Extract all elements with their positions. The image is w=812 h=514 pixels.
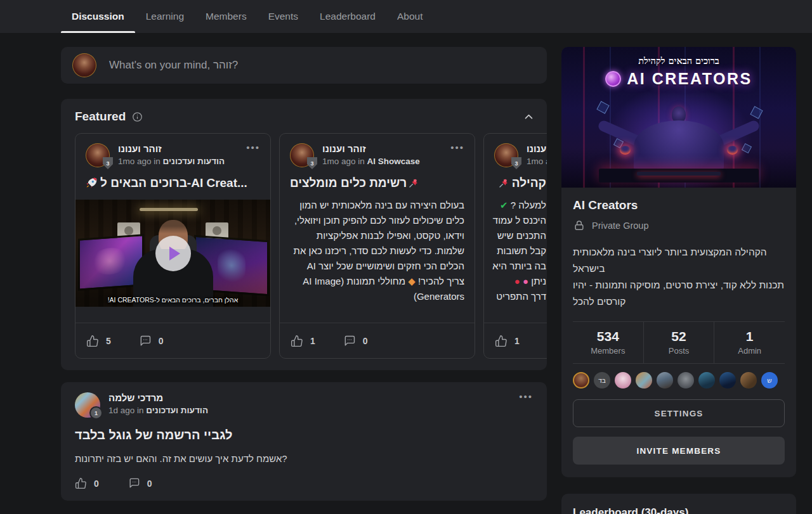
featured-section-title: Featured (75, 110, 126, 124)
member-avatar[interactable] (719, 372, 736, 389)
current-user-avatar[interactable] (72, 53, 96, 77)
tab-leaderboard[interactable]: Leaderboard (320, 0, 376, 33)
post-body-fragment: התכנים שיש (494, 228, 546, 243)
tab-events[interactable]: Events (268, 0, 298, 33)
more-options-button[interactable]: ••• (519, 391, 533, 402)
featured-cards-carousel: 3 זוהר וענונו 1mo ago in הודעות ועדכונים… (75, 133, 547, 359)
collapse-chevron-up-icon[interactable] (523, 112, 534, 122)
speaker-left (117, 222, 140, 239)
community-description: הקהילה המקצועית ביותר ליוצרי בינה מלאכות… (573, 244, 785, 310)
privacy-row: Private Group (573, 219, 785, 232)
post-meta: 1mo ago in הודעות ועדכונים (118, 157, 225, 166)
comment-button[interactable]: 0 (128, 477, 152, 489)
level-badge: 3 (307, 157, 317, 169)
stat-posts[interactable]: 52 Posts (643, 322, 714, 363)
brain-logo-icon (605, 71, 621, 87)
featured-card-community[interactable]: 3 זוהר וענונו 1mo ago in (483, 133, 547, 359)
member-avatar[interactable]: ש (761, 372, 778, 389)
community-banner-image: ברוכים הבאים לקהילת AI CREATORS (561, 47, 796, 188)
tab-discussion[interactable]: Discussion (72, 0, 124, 33)
member-avatar[interactable] (740, 372, 757, 389)
post-body-fragment: בה ביותר היא (494, 259, 546, 274)
rocket-emoji-icon (86, 177, 98, 189)
post-title: רשימת כלים מומלצים (290, 176, 464, 190)
tab-members[interactable]: Members (206, 0, 247, 33)
video-thumbnail[interactable]: אהלן חברים, ברוכים הבאים ל-AI CREATORS! (75, 200, 270, 307)
pushpin-emoji-icon (498, 177, 509, 189)
community-info-card: ברוכים הבאים לקהילת AI CREATORS AI Creat… (561, 47, 796, 477)
speaker-right (206, 222, 228, 239)
leaderboard-title: Leaderboard (30-days) (573, 506, 785, 514)
pushpin-emoji-icon (408, 177, 419, 189)
member-avatar[interactable] (678, 372, 694, 389)
like-button[interactable]: 1 (291, 335, 315, 347)
comment-icon (139, 335, 152, 347)
author-name[interactable]: זוהר וענונו (118, 143, 225, 154)
info-icon[interactable] (132, 112, 143, 122)
banner-brand-text: AI CREATORS (561, 70, 796, 88)
category-link[interactable]: AI Showcase (367, 157, 420, 166)
author-name[interactable]: זוהר וענונו (527, 143, 547, 154)
author-name[interactable]: זוהר וענונו (322, 143, 420, 154)
post-title: לגביי הרשמה של גוגל בלבד (75, 428, 533, 442)
tab-about[interactable]: About (397, 0, 423, 33)
level-badge: 1 (89, 406, 103, 420)
post-body-fragment: ניתן ● ● (494, 274, 546, 289)
post-title: ברוכים הבאים ל-AI Creat... (86, 176, 260, 190)
thumbs-up-icon (75, 477, 87, 489)
thumbs-up-icon (495, 335, 508, 347)
member-avatar[interactable]: בד (594, 372, 610, 389)
featured-card-tools[interactable]: 3 זוהר וענונו 1mo ago in AI Showcase •••… (279, 133, 475, 359)
community-stats: 534 Members 52 Posts 1 Admin (573, 321, 785, 364)
banner-welcome-text: ברוכים הבאים לקהילת (561, 55, 796, 67)
post-meta: 1mo ago in AI Showcase (322, 157, 420, 166)
feed-post[interactable]: 1 מרדכי שלמה 1d ago in הודעות ועדכונים •… (61, 382, 547, 501)
member-avatar[interactable] (698, 372, 715, 389)
like-button[interactable]: 0 (75, 477, 99, 489)
thumbs-up-icon (291, 335, 303, 347)
like-button[interactable]: 1 (495, 335, 520, 347)
play-button[interactable] (155, 236, 191, 271)
member-avatar[interactable] (636, 372, 652, 389)
member-avatar[interactable] (657, 372, 673, 389)
like-button[interactable]: 5 (86, 335, 111, 347)
more-options-button[interactable]: ••• (450, 142, 464, 153)
post-body-fragment: למעלה ? ✔ (494, 198, 546, 213)
stat-admin[interactable]: 1 Admin (714, 322, 785, 363)
featured-card-welcome[interactable]: 3 זוהר וענונו 1mo ago in הודעות ועדכונים… (75, 133, 271, 359)
settings-button[interactable]: SETTINGS (573, 399, 785, 427)
thumbs-up-icon (86, 335, 99, 347)
post-meta: 1d ago in הודעות ועדכונים (108, 406, 208, 415)
post-body-fragment: קבל תשובות (494, 243, 546, 259)
stat-members[interactable]: 534 Members (573, 322, 643, 363)
tab-learning[interactable]: Learning (146, 0, 184, 33)
community-name: AI Creators (573, 198, 785, 212)
category-link[interactable]: הודעות ועדכונים (163, 157, 225, 166)
post-body-fragment: היכנס ל עמוד (494, 213, 546, 228)
level-badge: 3 (511, 157, 521, 169)
comment-icon (343, 335, 356, 347)
post-body: אשמח לדעת איך עושים את זה. והאם יש בזה י… (75, 453, 533, 464)
featured-section: Featured 3 (61, 99, 547, 370)
author-name[interactable]: מרדכי שלמה (108, 392, 208, 403)
post-meta: 1mo ago in (527, 157, 547, 166)
post-body: בעולם היצירה עם בינה מלאכותית יש המון כל… (290, 198, 464, 304)
invite-members-button[interactable]: INVITE MEMBERS (573, 437, 785, 465)
level-badge: 3 (103, 157, 113, 169)
comment-icon (128, 477, 140, 489)
post-composer[interactable]: What's on your mind, זוהר? (61, 47, 547, 84)
composer-placeholder: What's on your mind, זוהר? (109, 59, 238, 72)
comment-button[interactable]: 0 (139, 335, 164, 347)
more-options-button[interactable]: ••• (246, 142, 260, 153)
member-avatars-row: בדש (573, 364, 785, 390)
member-avatar[interactable] (573, 372, 589, 389)
video-caption: אהלן חברים, ברוכים הבאים ל-AI CREATORS! (75, 296, 270, 304)
studio-light (140, 208, 198, 211)
featured-card-3-body: למעלה ? ✔היכנס ל עמודהתכנים שישקבל תשובו… (494, 198, 546, 304)
comment-button[interactable]: 0 (343, 335, 368, 347)
member-avatar[interactable] (615, 372, 631, 389)
category-link[interactable]: הודעות ועדכונים (146, 406, 208, 415)
top-navigation: Discussion Learning Members Events Leade… (0, 0, 812, 33)
leaderboard-card: Leaderboard (30-days) (561, 494, 796, 514)
post-body-fragment: דרך התפריט (494, 289, 546, 304)
